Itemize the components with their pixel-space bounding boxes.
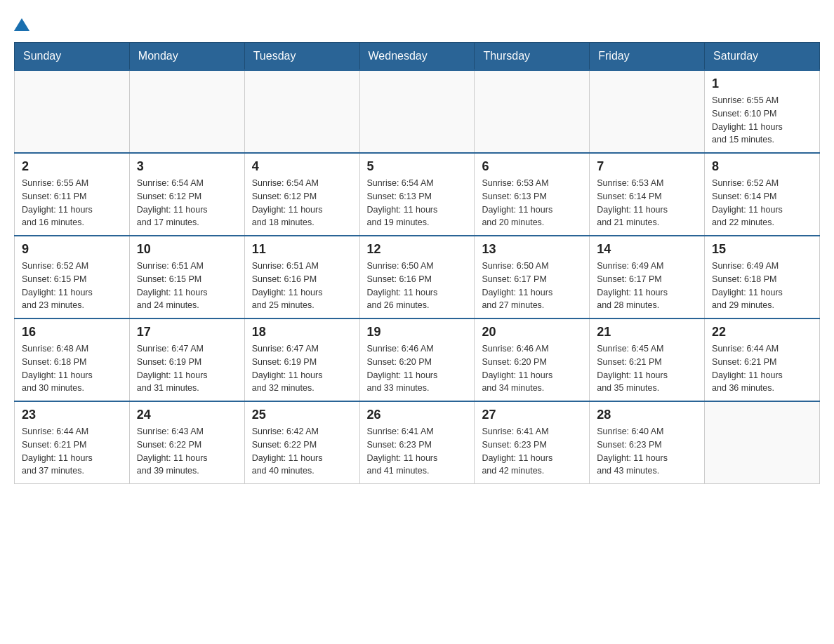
day-number: 15 — [712, 242, 812, 257]
day-info: Sunrise: 6:44 AMSunset: 6:21 PMDaylight:… — [22, 425, 122, 478]
calendar-week-row: 23Sunrise: 6:44 AMSunset: 6:21 PMDayligh… — [15, 401, 820, 484]
calendar-day-cell: 8Sunrise: 6:52 AMSunset: 6:14 PMDaylight… — [705, 153, 820, 236]
calendar-day-cell — [475, 70, 590, 153]
day-number: 10 — [137, 242, 237, 257]
calendar-week-row: 2Sunrise: 6:55 AMSunset: 6:11 PMDaylight… — [15, 153, 820, 236]
calendar-day-cell: 10Sunrise: 6:51 AMSunset: 6:15 PMDayligh… — [129, 236, 244, 318]
day-of-week-header: Friday — [590, 43, 705, 71]
day-number: 23 — [22, 408, 122, 422]
day-of-week-header: Tuesday — [244, 43, 359, 71]
day-info: Sunrise: 6:41 AMSunset: 6:23 PMDaylight:… — [482, 425, 582, 478]
day-number: 2 — [22, 159, 122, 174]
calendar-day-cell: 28Sunrise: 6:40 AMSunset: 6:23 PMDayligh… — [590, 401, 705, 484]
day-number: 26 — [367, 408, 468, 422]
day-info: Sunrise: 6:46 AMSunset: 6:20 PMDaylight:… — [367, 342, 468, 395]
calendar-day-cell — [244, 70, 359, 153]
day-number: 22 — [712, 325, 812, 340]
day-number: 21 — [597, 325, 697, 340]
calendar-day-cell: 22Sunrise: 6:44 AMSunset: 6:21 PMDayligh… — [705, 318, 820, 401]
day-of-week-header: Wednesday — [359, 43, 475, 71]
day-info: Sunrise: 6:43 AMSunset: 6:22 PMDaylight:… — [137, 425, 237, 478]
day-info: Sunrise: 6:44 AMSunset: 6:21 PMDaylight:… — [712, 342, 812, 395]
day-number: 11 — [252, 242, 352, 257]
day-info: Sunrise: 6:54 AMSunset: 6:12 PMDaylight:… — [137, 177, 237, 229]
logo-icon — [14, 18, 29, 31]
day-number: 8 — [712, 159, 812, 174]
day-number: 24 — [137, 408, 237, 422]
calendar-day-cell: 2Sunrise: 6:55 AMSunset: 6:11 PMDaylight… — [15, 153, 130, 236]
calendar-day-cell — [129, 70, 244, 153]
day-info: Sunrise: 6:52 AMSunset: 6:15 PMDaylight:… — [22, 260, 122, 312]
calendar-day-cell: 27Sunrise: 6:41 AMSunset: 6:23 PMDayligh… — [475, 401, 590, 484]
day-info: Sunrise: 6:51 AMSunset: 6:16 PMDaylight:… — [252, 260, 352, 312]
day-info: Sunrise: 6:49 AMSunset: 6:18 PMDaylight:… — [712, 260, 812, 312]
calendar-day-cell: 17Sunrise: 6:47 AMSunset: 6:19 PMDayligh… — [129, 318, 244, 401]
day-number: 16 — [22, 325, 122, 340]
day-info: Sunrise: 6:40 AMSunset: 6:23 PMDaylight:… — [597, 425, 697, 478]
day-info: Sunrise: 6:42 AMSunset: 6:22 PMDaylight:… — [252, 425, 352, 478]
day-number: 9 — [22, 242, 122, 257]
day-number: 25 — [252, 408, 352, 422]
calendar-table: SundayMondayTuesdayWednesdayThursdayFrid… — [14, 42, 820, 484]
calendar-day-cell — [15, 70, 130, 153]
day-number: 3 — [137, 159, 237, 174]
day-info: Sunrise: 6:46 AMSunset: 6:20 PMDaylight:… — [482, 342, 582, 395]
day-info: Sunrise: 6:50 AMSunset: 6:16 PMDaylight:… — [367, 260, 468, 312]
day-number: 6 — [482, 159, 582, 174]
day-number: 20 — [482, 325, 582, 340]
logo — [14, 14, 29, 35]
day-number: 28 — [597, 408, 697, 422]
calendar-day-cell — [590, 70, 705, 153]
calendar-week-row: 1Sunrise: 6:55 AMSunset: 6:10 PMDaylight… — [15, 70, 820, 153]
calendar-day-cell — [359, 70, 475, 153]
day-info: Sunrise: 6:48 AMSunset: 6:18 PMDaylight:… — [22, 342, 122, 395]
day-number: 12 — [367, 242, 468, 257]
calendar-day-cell: 4Sunrise: 6:54 AMSunset: 6:12 PMDaylight… — [244, 153, 359, 236]
day-info: Sunrise: 6:50 AMSunset: 6:17 PMDaylight:… — [482, 260, 582, 312]
day-info: Sunrise: 6:51 AMSunset: 6:15 PMDaylight:… — [137, 260, 237, 312]
day-info: Sunrise: 6:54 AMSunset: 6:12 PMDaylight:… — [252, 177, 352, 229]
calendar-day-cell: 7Sunrise: 6:53 AMSunset: 6:14 PMDaylight… — [590, 153, 705, 236]
calendar-day-cell: 12Sunrise: 6:50 AMSunset: 6:16 PMDayligh… — [359, 236, 475, 318]
calendar-day-cell: 14Sunrise: 6:49 AMSunset: 6:17 PMDayligh… — [590, 236, 705, 318]
calendar-day-cell: 20Sunrise: 6:46 AMSunset: 6:20 PMDayligh… — [475, 318, 590, 401]
page-header — [14, 14, 820, 35]
day-number: 5 — [367, 159, 468, 174]
calendar-week-row: 16Sunrise: 6:48 AMSunset: 6:18 PMDayligh… — [15, 318, 820, 401]
calendar-day-cell: 11Sunrise: 6:51 AMSunset: 6:16 PMDayligh… — [244, 236, 359, 318]
calendar-day-cell: 25Sunrise: 6:42 AMSunset: 6:22 PMDayligh… — [244, 401, 359, 484]
day-number: 19 — [367, 325, 468, 340]
calendar-day-cell: 24Sunrise: 6:43 AMSunset: 6:22 PMDayligh… — [129, 401, 244, 484]
calendar-day-cell: 13Sunrise: 6:50 AMSunset: 6:17 PMDayligh… — [475, 236, 590, 318]
calendar-day-cell: 23Sunrise: 6:44 AMSunset: 6:21 PMDayligh… — [15, 401, 130, 484]
calendar-day-cell: 15Sunrise: 6:49 AMSunset: 6:18 PMDayligh… — [705, 236, 820, 318]
calendar-day-cell: 1Sunrise: 6:55 AMSunset: 6:10 PMDaylight… — [705, 70, 820, 153]
day-info: Sunrise: 6:49 AMSunset: 6:17 PMDaylight:… — [597, 260, 697, 312]
day-number: 13 — [482, 242, 582, 257]
calendar-week-row: 9Sunrise: 6:52 AMSunset: 6:15 PMDaylight… — [15, 236, 820, 318]
day-number: 17 — [137, 325, 237, 340]
day-info: Sunrise: 6:54 AMSunset: 6:13 PMDaylight:… — [367, 177, 468, 229]
calendar-day-cell: 16Sunrise: 6:48 AMSunset: 6:18 PMDayligh… — [15, 318, 130, 401]
day-info: Sunrise: 6:41 AMSunset: 6:23 PMDaylight:… — [367, 425, 468, 478]
day-info: Sunrise: 6:55 AMSunset: 6:10 PMDaylight:… — [712, 94, 812, 147]
day-info: Sunrise: 6:47 AMSunset: 6:19 PMDaylight:… — [137, 342, 237, 395]
calendar-day-cell: 26Sunrise: 6:41 AMSunset: 6:23 PMDayligh… — [359, 401, 475, 484]
svg-marker-0 — [14, 18, 29, 31]
day-of-week-header: Sunday — [15, 43, 130, 71]
day-number: 4 — [252, 159, 352, 174]
day-number: 1 — [712, 76, 812, 91]
day-number: 27 — [482, 408, 582, 422]
calendar-day-cell: 5Sunrise: 6:54 AMSunset: 6:13 PMDaylight… — [359, 153, 475, 236]
day-of-week-header: Monday — [129, 43, 244, 71]
calendar-day-cell: 3Sunrise: 6:54 AMSunset: 6:12 PMDaylight… — [129, 153, 244, 236]
day-info: Sunrise: 6:47 AMSunset: 6:19 PMDaylight:… — [252, 342, 352, 395]
day-info: Sunrise: 6:53 AMSunset: 6:13 PMDaylight:… — [482, 177, 582, 229]
calendar-day-cell: 6Sunrise: 6:53 AMSunset: 6:13 PMDaylight… — [475, 153, 590, 236]
day-of-week-header: Saturday — [705, 43, 820, 71]
calendar-day-cell — [705, 401, 820, 484]
calendar-day-cell: 19Sunrise: 6:46 AMSunset: 6:20 PMDayligh… — [359, 318, 475, 401]
calendar-day-cell: 9Sunrise: 6:52 AMSunset: 6:15 PMDaylight… — [15, 236, 130, 318]
day-info: Sunrise: 6:55 AMSunset: 6:11 PMDaylight:… — [22, 177, 122, 229]
calendar-day-cell: 18Sunrise: 6:47 AMSunset: 6:19 PMDayligh… — [244, 318, 359, 401]
